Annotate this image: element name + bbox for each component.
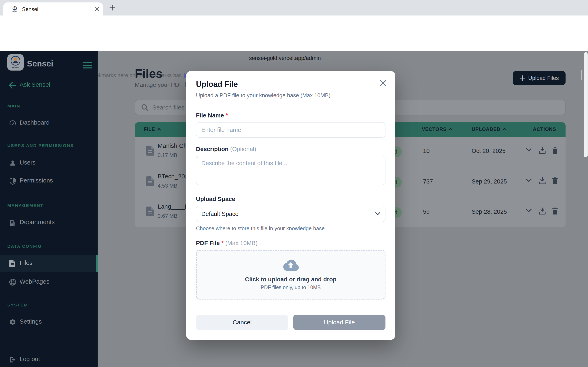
sidebar-item-label: Files: [20, 259, 33, 266]
sensei-logo[interactable]: SENSEI: [7, 54, 24, 71]
file-icon: [146, 176, 154, 186]
sidebar-item-ask-sensei[interactable]: Ask Sensei: [0, 77, 98, 94]
browser-tab[interactable]: SENSEI Sensei: [3, 2, 103, 16]
section-label-users-permissions: USERS AND PERMISSIONS: [7, 143, 74, 148]
sidebar-item-logout[interactable]: Log out: [0, 351, 98, 367]
upload-files-label: Upload Files: [528, 75, 559, 81]
label-text: Description: [196, 146, 229, 152]
page-title: Files: [135, 67, 163, 81]
trash-icon[interactable]: [552, 208, 558, 215]
file-name: BTech_202: [158, 173, 186, 181]
file-icon: [9, 260, 16, 267]
close-icon[interactable]: [380, 80, 386, 86]
screen: SENSEI Sensei sensei-gold.vercel.app/adm…: [0, 0, 588, 367]
brand-name: Sensei: [27, 59, 53, 68]
sidebar-collapse-icon[interactable]: [83, 62, 92, 68]
dropzone-subtitle: PDF files only, up to 10MB: [261, 284, 321, 290]
svg-text:SENSEI: SENSEI: [12, 67, 19, 69]
vectors-value: 59: [423, 208, 430, 215]
cloud-upload-icon: [282, 259, 299, 271]
sort-asc-icon: [449, 128, 453, 131]
browser-toolbar: sensei-gold.vercel.app/admin 1 1 Update: [0, 16, 588, 33]
file-icon: [146, 146, 154, 156]
plus-icon: [520, 75, 525, 81]
shield-icon: [9, 177, 16, 185]
sort-asc-icon: [157, 128, 161, 131]
tab-close-icon[interactable]: [95, 7, 100, 11]
upload-file-submit-button[interactable]: Upload File: [293, 315, 385, 330]
sidebar-item-label: Log out: [20, 356, 40, 363]
page-subtitle: Manage your PDF file: [135, 82, 186, 90]
sidebar-item-label: Ask Sensei: [20, 81, 50, 88]
column-label: ACTIONS: [533, 126, 556, 132]
url-text[interactable]: sensei-gold.vercel.app/admin: [249, 55, 321, 61]
divider: [0, 76, 98, 76]
column-header-vectors[interactable]: VECTORS: [422, 126, 453, 132]
file-size: 4.53 MB: [158, 183, 177, 189]
section-label-main: MAIN: [7, 104, 20, 108]
trash-icon[interactable]: [552, 177, 558, 184]
new-tab-icon[interactable]: [109, 5, 115, 11]
upload-space-value: Default Space: [201, 211, 238, 217]
sort-asc-icon: [502, 128, 507, 131]
divider: [581, 70, 582, 80]
tab-favicon-icon: SENSEI: [11, 6, 18, 12]
pdf-file-label: PDF File * (Max 10MB): [196, 240, 385, 247]
sidebar-item-departments[interactable]: Departments: [0, 214, 98, 231]
download-icon[interactable]: [539, 208, 545, 215]
upload-space-label: Upload Space: [196, 196, 385, 202]
column-label: VECTORS: [422, 126, 447, 132]
vectors-value: 737: [423, 178, 433, 185]
sidebar-item-settings[interactable]: Settings: [0, 314, 98, 331]
file-icon: [146, 206, 154, 217]
upload-space-help: Choose where to store this file in your …: [196, 225, 385, 232]
search-icon: [141, 104, 149, 111]
pdf-dropzone[interactable]: Click to upload or drag and drop PDF fil…: [196, 250, 385, 300]
expand-chevron-icon[interactable]: [526, 179, 532, 182]
label-text: File Name: [196, 112, 224, 119]
expand-chevron-icon[interactable]: [526, 209, 532, 212]
arrow-left-icon: [9, 82, 16, 89]
divider: [186, 308, 395, 308]
file-name-input[interactable]: [196, 122, 385, 138]
file-name: Manish Cha: [158, 142, 186, 150]
sidebar-item-label: Settings: [20, 318, 42, 325]
sidebar: SENSEI Sensei Ask Sensei MAIN Dashboard …: [0, 51, 98, 367]
optional-hint: (Optional): [230, 146, 256, 152]
search-placeholder: Search files...: [152, 104, 190, 111]
gear-icon: [9, 318, 16, 326]
upload-files-button[interactable]: Upload Files: [513, 71, 566, 85]
divider: [0, 349, 98, 349]
divider: [0, 95, 98, 95]
dialog-subtitle: Upload a PDF file to your knowledge base…: [196, 92, 385, 99]
sidebar-item-webpages[interactable]: WebPages: [0, 274, 98, 291]
svg-text:SENSEI: SENSEI: [12, 11, 17, 12]
page-scrollbar[interactable]: [584, 52, 588, 157]
max-size-hint: (Max 10MB): [225, 240, 258, 246]
required-asterisk: *: [226, 112, 228, 119]
cancel-button[interactable]: Cancel: [196, 315, 288, 330]
trash-icon[interactable]: [552, 147, 558, 154]
user-icon: [9, 159, 16, 167]
tab-title: Sensei: [22, 6, 38, 12]
upload-file-dialog: Upload File Upload a PDF file to your kn…: [186, 71, 395, 340]
description-textarea[interactable]: [196, 156, 385, 185]
sidebar-item-label: Users: [20, 159, 35, 166]
browser-tab-strip: SENSEI Sensei: [0, 0, 588, 16]
file-size: 0.67 MB: [158, 213, 177, 219]
download-icon[interactable]: [539, 177, 545, 184]
sidebar-item-files[interactable]: Files: [0, 255, 98, 272]
vectors-value: 10: [423, 148, 430, 154]
download-icon[interactable]: [539, 147, 545, 154]
column-header-file[interactable]: FILE: [144, 126, 161, 132]
column-label: FILE: [144, 126, 155, 132]
file-name-label: File Name *: [196, 112, 385, 119]
column-header-uploaded[interactable]: UPLOADED: [472, 126, 507, 132]
section-label-data-config: DATA CONFIG: [7, 244, 42, 249]
sidebar-item-users[interactable]: Users: [0, 155, 98, 172]
upload-space-select[interactable]: Default Space: [196, 206, 385, 222]
sidebar-item-dashboard[interactable]: Dashboard: [0, 115, 98, 132]
sidebar-item-label: Dashboard: [20, 119, 50, 126]
sidebar-item-permissions[interactable]: Permissions: [0, 173, 98, 190]
expand-chevron-icon[interactable]: [526, 148, 532, 152]
